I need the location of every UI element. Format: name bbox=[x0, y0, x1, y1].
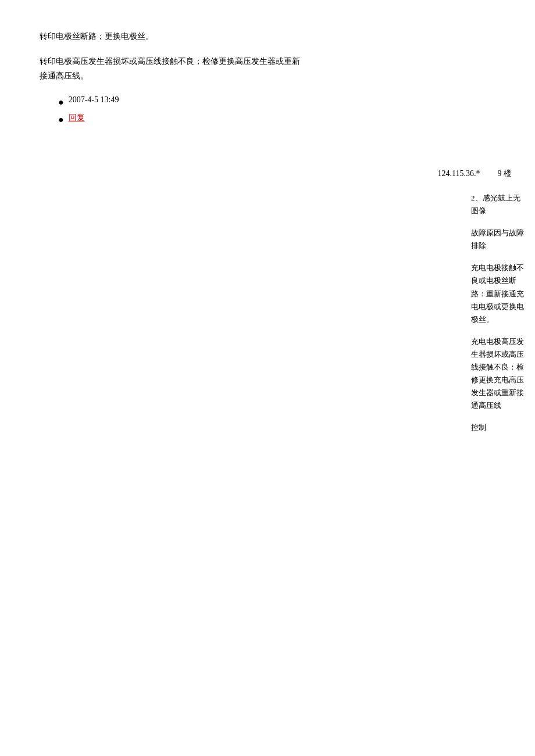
right-item1-text: 充电电极接触不良或电极丝断路：重新接通充电电极或更换电极丝。 bbox=[471, 261, 526, 325]
reply-link[interactable]: 回复 bbox=[69, 113, 85, 123]
right-item2-block: 充电电极高压发生器损坏或高压线接触不良：检修更换充电高压发生器或重新接通高压线 bbox=[471, 335, 526, 413]
bullet-dot-2: ● bbox=[58, 113, 64, 127]
section-title: 2、感光鼓上无图像 bbox=[471, 192, 526, 217]
right-item3-block: 控制 bbox=[471, 421, 526, 434]
post-meta-right: 124.115.36.* 9 楼 bbox=[438, 169, 512, 179]
list-item-reply[interactable]: ● 回复 bbox=[58, 113, 512, 127]
item1-block: 转印电极丝断路；更换电极丝。 bbox=[23, 29, 512, 44]
bullet-list: ● 2007-4-5 13:49 ● 回复 bbox=[58, 95, 512, 127]
item2-block: 转印电极高压发生器损坏或高压线接触不良；检修更换高压发生器或重新 接通高压线。 bbox=[23, 54, 512, 83]
page-container: 转印电极丝断路；更换电极丝。 转印电极高压发生器损坏或高压线接触不良；检修更换高… bbox=[0, 0, 535, 756]
item2-line1: 转印电极高压发生器损坏或高压线接触不良；检修更换高压发生器或重新 bbox=[23, 54, 512, 69]
right-content-block: 2、感光鼓上无图像 故障原因与故障排除 充电电极接触不良或电极丝断路：重新接通充… bbox=[471, 192, 526, 444]
right-item3-label: 控制 bbox=[471, 421, 526, 434]
section-title-block: 2、感光鼓上无图像 bbox=[471, 192, 526, 217]
floor-number: 9 楼 bbox=[498, 169, 512, 179]
item1-text: 转印电极丝断路；更换电极丝。 bbox=[23, 29, 512, 44]
right-item1-block: 充电电极接触不良或电极丝断路：重新接通充电电极或更换电极丝。 bbox=[471, 261, 526, 325]
left-section: 转印电极丝断路；更换电极丝。 转印电极高压发生器损坏或高压线接触不良；检修更换高… bbox=[0, 17, 535, 150]
list-item-date: ● 2007-4-5 13:49 bbox=[58, 95, 512, 109]
item2-line2: 接通高压线。 bbox=[23, 69, 512, 83]
ip-address: 124.115.36.* bbox=[438, 169, 480, 178]
right-item2-text: 充电电极高压发生器损坏或高压线接触不良：检修更换充电高压发生器或重新接通高压线 bbox=[471, 335, 526, 413]
bullet-dot-1: ● bbox=[58, 95, 64, 109]
fault-heading-text: 故障原因与故障排除 bbox=[471, 227, 526, 252]
date-label: 2007-4-5 13:49 bbox=[69, 95, 119, 105]
fault-heading-block: 故障原因与故障排除 bbox=[471, 227, 526, 252]
